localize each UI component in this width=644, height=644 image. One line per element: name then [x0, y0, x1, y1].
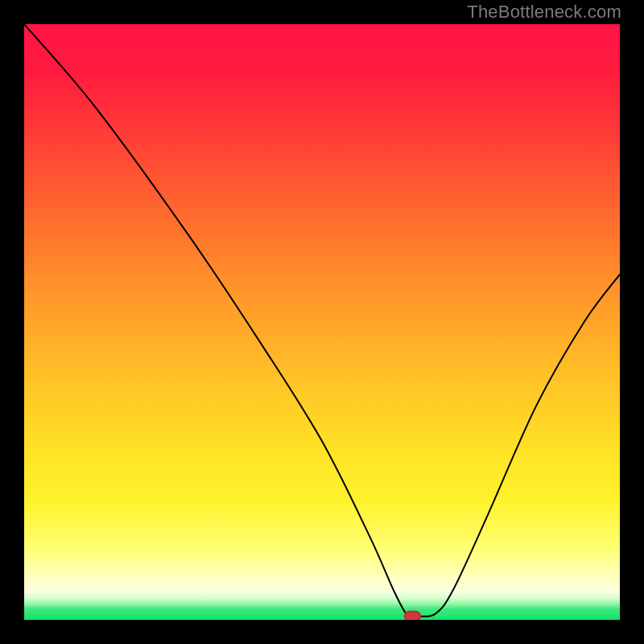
- chart-frame: TheBottleneck.com: [0, 0, 644, 644]
- bottleneck-curve-path: [24, 24, 620, 617]
- curve-layer: [24, 24, 620, 620]
- optimal-marker: [405, 612, 420, 620]
- plot-area: [24, 24, 620, 620]
- watermark-text: TheBottleneck.com: [467, 2, 621, 23]
